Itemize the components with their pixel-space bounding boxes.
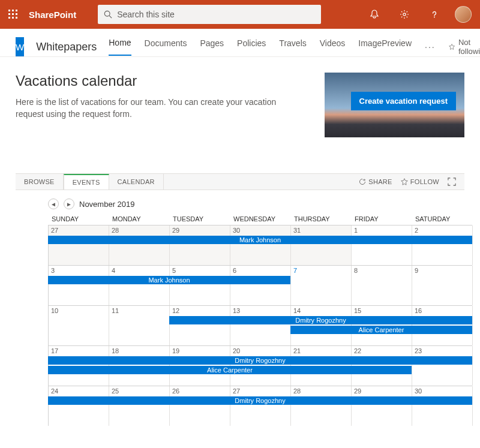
day-header: SUNDAY xyxy=(48,215,109,225)
day-header: MONDAY xyxy=(109,215,169,225)
help-icon[interactable] xyxy=(425,5,444,24)
day-cell[interactable]: 29 xyxy=(352,386,412,426)
day-cell[interactable]: 27 xyxy=(49,225,109,265)
day-cell[interactable]: 3 xyxy=(49,266,109,305)
calendar-event-bar[interactable]: Dmitry Rogozhny xyxy=(48,356,472,365)
ribbon-tab-calendar[interactable]: CALENDAR xyxy=(109,174,164,190)
calendar-grid: SUNDAYMONDAYTUESDAYWEDNESDAYTHURSDAYFRID… xyxy=(48,215,472,426)
calendar-nav: ◄ ► November 2019 xyxy=(48,199,464,209)
svg-line-10 xyxy=(109,16,112,18)
day-cell[interactable]: 11 xyxy=(109,306,170,345)
site-header: W Whitepapers Home Documents Pages Polic… xyxy=(0,29,480,56)
nav-home[interactable]: Home xyxy=(109,38,131,56)
day-cell[interactable]: 8 xyxy=(352,266,412,305)
day-cell[interactable]: 9 xyxy=(412,266,473,305)
not-following-label: Not following xyxy=(458,38,480,56)
calendar-month-label: November 2019 xyxy=(79,200,135,209)
nav-videos[interactable]: Videos xyxy=(320,38,346,55)
day-cell[interactable]: 30 xyxy=(230,225,291,265)
day-cell[interactable]: 29 xyxy=(170,225,230,265)
day-cell[interactable]: 4 xyxy=(109,266,170,305)
day-cell[interactable]: 12 xyxy=(170,306,230,345)
day-cell[interactable]: 26 xyxy=(170,386,230,426)
prev-month-icon[interactable]: ◄ xyxy=(48,199,59,209)
day-cell[interactable]: 10 xyxy=(49,306,109,345)
day-cell[interactable]: 2 xyxy=(412,225,473,265)
day-cell[interactable]: 7 xyxy=(291,266,352,305)
svg-rect-5 xyxy=(16,13,17,15)
site-title[interactable]: Whitepapers xyxy=(36,41,97,53)
svg-rect-1 xyxy=(12,10,14,11)
search-icon xyxy=(104,10,112,19)
page-description: Here is the list of vacations for our te… xyxy=(16,97,301,120)
day-cell[interactable]: 1 xyxy=(352,225,412,265)
svg-rect-2 xyxy=(16,10,17,11)
svg-rect-4 xyxy=(12,13,14,15)
day-header: THURSDAY xyxy=(290,215,351,225)
day-header: TUESDAY xyxy=(169,215,230,225)
day-header: SATURDAY xyxy=(412,215,472,225)
settings-icon[interactable] xyxy=(395,5,414,24)
day-header: FRIDAY xyxy=(351,215,412,225)
site-logo[interactable]: W xyxy=(16,37,24,56)
svg-rect-8 xyxy=(16,17,17,19)
star-icon xyxy=(449,43,455,51)
calendar-event-bar[interactable]: Dmitry Rogozhny xyxy=(169,316,472,324)
svg-point-9 xyxy=(105,11,110,16)
svg-point-12 xyxy=(434,17,435,18)
share-icon xyxy=(359,178,366,185)
day-cell[interactable]: 23 xyxy=(412,346,473,386)
day-cell[interactable]: 5 xyxy=(170,266,230,305)
nav-travels[interactable]: Travels xyxy=(279,38,306,55)
day-cell[interactable]: 6 xyxy=(230,266,291,305)
search-placeholder: Search this site xyxy=(117,10,175,19)
nav-documents[interactable]: Documents xyxy=(145,38,187,55)
create-vacation-request-button[interactable]: Create vacation request xyxy=(351,92,456,110)
day-cell[interactable]: 25 xyxy=(109,386,170,426)
day-cell[interactable]: 31 xyxy=(291,225,352,265)
calendar-event-bar[interactable]: Mark Johnson xyxy=(48,236,472,244)
day-cell[interactable]: 24 xyxy=(49,386,109,426)
svg-rect-7 xyxy=(12,17,14,19)
ribbon: BROWSE EVENTS CALENDAR SHARE FOLLOW xyxy=(16,173,464,190)
notifications-icon[interactable] xyxy=(365,5,384,24)
nav-pages[interactable]: Pages xyxy=(200,38,224,55)
follow-button[interactable]: FOLLOW xyxy=(401,178,439,185)
calendar-event-bar[interactable]: Dmitry Rogozhny xyxy=(48,396,472,405)
svg-rect-0 xyxy=(8,10,10,11)
nav-more-icon[interactable]: ··· xyxy=(425,42,436,52)
nav-policies[interactable]: Policies xyxy=(237,38,266,55)
product-name[interactable]: SharePoint xyxy=(29,10,76,20)
next-month-icon[interactable]: ► xyxy=(64,199,74,209)
day-cell[interactable]: 30 xyxy=(412,386,473,426)
site-nav: Home Documents Pages Policies Travels Vi… xyxy=(109,38,480,56)
day-cell[interactable]: 27 xyxy=(230,386,291,426)
ribbon-tab-events[interactable]: EVENTS xyxy=(64,174,109,190)
avatar[interactable] xyxy=(455,6,472,23)
focus-icon[interactable] xyxy=(448,178,456,186)
star-icon xyxy=(401,178,408,185)
app-launcher-icon[interactable] xyxy=(8,10,18,19)
day-header: WEDNESDAY xyxy=(230,215,290,225)
calendar-event-bar[interactable]: Alice Carpenter xyxy=(48,366,412,374)
day-cell[interactable]: 13 xyxy=(230,306,291,345)
day-cell[interactable]: 28 xyxy=(109,225,170,265)
page-title: Vacations calendar xyxy=(16,73,301,89)
nav-imagepreview[interactable]: ImagePreview xyxy=(358,38,412,55)
suite-bar: SharePoint Search this site xyxy=(0,0,480,29)
day-cell[interactable]: 28 xyxy=(291,386,352,426)
not-following-button[interactable]: Not following xyxy=(449,38,480,56)
calendar-event-bar[interactable]: Alice Carpenter xyxy=(290,326,472,334)
svg-point-11 xyxy=(403,13,406,16)
hero-image: Create vacation request xyxy=(325,73,464,137)
svg-rect-3 xyxy=(8,13,10,15)
calendar-event-bar[interactable]: Mark Johnson xyxy=(48,276,290,284)
search-input[interactable]: Search this site xyxy=(98,5,321,24)
svg-rect-6 xyxy=(8,17,10,19)
share-button[interactable]: SHARE xyxy=(359,178,392,185)
ribbon-tab-browse[interactable]: BROWSE xyxy=(16,174,64,190)
